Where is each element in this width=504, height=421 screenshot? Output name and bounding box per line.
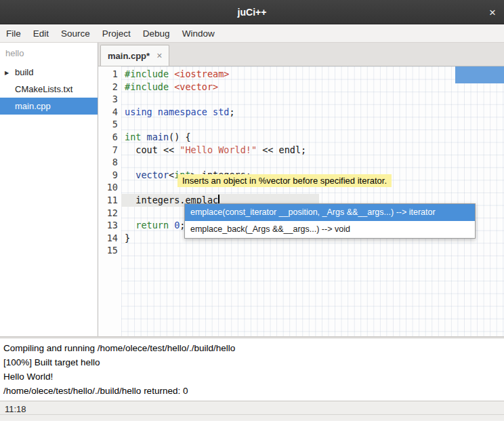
code-token: main xyxy=(147,132,169,142)
tree-item-label: main.cpp xyxy=(15,101,51,111)
code-token: return xyxy=(135,220,169,230)
code-line[interactable]: #include <iostream> xyxy=(125,68,504,81)
terminal-line: [100%] Built target hello xyxy=(3,355,501,369)
code-token xyxy=(141,132,146,142)
tree-item-label: CMakeLists.txt xyxy=(15,84,72,94)
code-token xyxy=(169,220,174,230)
line-number: 12 xyxy=(98,207,118,220)
code-token xyxy=(125,220,135,230)
menu-window[interactable]: Window xyxy=(176,24,221,42)
code-line[interactable]: using namespace std; xyxy=(125,106,504,119)
terminal-output: Compiling and running /home/olece/test/h… xyxy=(0,338,504,401)
line-number: 7 xyxy=(98,144,118,157)
line-number: 11 xyxy=(98,194,118,207)
titlebar: juCi++ × xyxy=(0,0,504,24)
file-tree: ▶buildCMakeLists.txtmain.cpp xyxy=(0,64,98,115)
line-number-gutter: 123456789101112131415 xyxy=(98,68,118,257)
code-token xyxy=(169,81,174,92)
tab-label: main.cpp* xyxy=(108,51,150,61)
code-line[interactable] xyxy=(125,244,504,257)
line-number: 6 xyxy=(98,131,118,144)
code-token: < xyxy=(169,169,174,180)
line-number: 9 xyxy=(98,169,118,182)
code-token: << endl; xyxy=(257,144,306,155)
code-line[interactable]: int main() { xyxy=(125,131,504,144)
code-token: <vector> xyxy=(174,81,218,92)
code-token: () { xyxy=(169,132,191,142)
line-number: 13 xyxy=(98,219,118,232)
code-token: "Hello World!" xyxy=(180,144,257,155)
line-number: 1 xyxy=(98,68,118,81)
line-number: 10 xyxy=(98,181,118,194)
line-number: 14 xyxy=(98,232,118,245)
menu-project[interactable]: Project xyxy=(96,24,137,42)
line-number: 4 xyxy=(98,106,118,119)
sidebar: hello ▶buildCMakeLists.txtmain.cpp xyxy=(0,43,98,336)
app-window: juCi++ × FileEditSourceProjectDebugWindo… xyxy=(0,0,504,421)
statusbar: 11:18 xyxy=(0,401,504,420)
code-line[interactable] xyxy=(125,93,504,106)
code-token: int xyxy=(125,132,141,142)
tree-item-label: build xyxy=(15,67,33,77)
menubar: FileEditSourceProjectDebugWindow xyxy=(0,24,504,43)
line-number: 5 xyxy=(98,118,118,131)
editor-column: main.cpp* × 123456789101112131415 #inclu… xyxy=(98,43,504,336)
statusbar-divider xyxy=(0,414,504,415)
line-number: 8 xyxy=(98,156,118,169)
code-token: #include xyxy=(125,81,169,92)
code-token xyxy=(169,68,174,79)
doc-tooltip: Inserts an object in %vector before spec… xyxy=(177,174,392,187)
code-token: } xyxy=(125,233,130,243)
tab-main-cpp[interactable]: main.cpp* × xyxy=(100,45,169,66)
window-title: juCi++ xyxy=(238,7,267,18)
code-line[interactable]: cout << "Hello World!" << endl; xyxy=(125,144,504,157)
completion-popup: emplace(const_iterator __position, _Args… xyxy=(184,203,476,239)
code-token: <iostream> xyxy=(174,68,229,79)
menu-debug[interactable]: Debug xyxy=(137,24,176,42)
tabbar: main.cpp* × xyxy=(98,43,504,66)
tab-close-icon[interactable]: × xyxy=(156,50,162,61)
terminal-line: Compiling and running /home/olece/test/h… xyxy=(3,341,501,355)
code-token: using namespace std xyxy=(125,106,229,117)
code-editor[interactable]: 123456789101112131415 #include <iostream… xyxy=(98,66,504,336)
menu-edit[interactable]: Edit xyxy=(27,24,55,42)
line-number: 15 xyxy=(98,244,118,257)
expander-icon[interactable]: ▶ xyxy=(5,69,9,75)
line-number: 2 xyxy=(98,81,118,94)
main-area: hello ▶buildCMakeLists.txtmain.cpp main.… xyxy=(0,43,504,336)
tree-item-main-cpp[interactable]: main.cpp xyxy=(0,98,98,115)
code-token: vector xyxy=(135,169,169,180)
code-line[interactable]: #include <vector> xyxy=(125,81,504,94)
scrollbar-thumb[interactable] xyxy=(455,66,504,83)
menu-file[interactable]: File xyxy=(0,24,27,42)
project-name: hello xyxy=(0,43,98,64)
window-close-icon[interactable]: × xyxy=(489,6,496,18)
terminal-line: Hello World! xyxy=(3,369,501,384)
line-number: 3 xyxy=(98,93,118,106)
code-token: #include xyxy=(125,68,169,79)
tree-item-build[interactable]: ▶build xyxy=(0,64,98,81)
completion-item[interactable]: emplace_back(_Args &&__args...) --> void xyxy=(185,221,475,238)
code-token xyxy=(125,169,135,180)
code-line[interactable] xyxy=(125,156,504,169)
cursor-position: 11:18 xyxy=(0,401,504,414)
terminal-line: /home/olece/test/hello/./build/hello ret… xyxy=(3,384,501,398)
tree-item-cmakelists-txt[interactable]: CMakeLists.txt xyxy=(0,81,98,98)
code-token: cout << xyxy=(125,144,180,155)
completion-item[interactable]: emplace(const_iterator __position, _Args… xyxy=(185,204,475,221)
menu-source[interactable]: Source xyxy=(55,24,96,42)
code-token: ; xyxy=(229,106,234,117)
code-line[interactable] xyxy=(125,118,504,131)
